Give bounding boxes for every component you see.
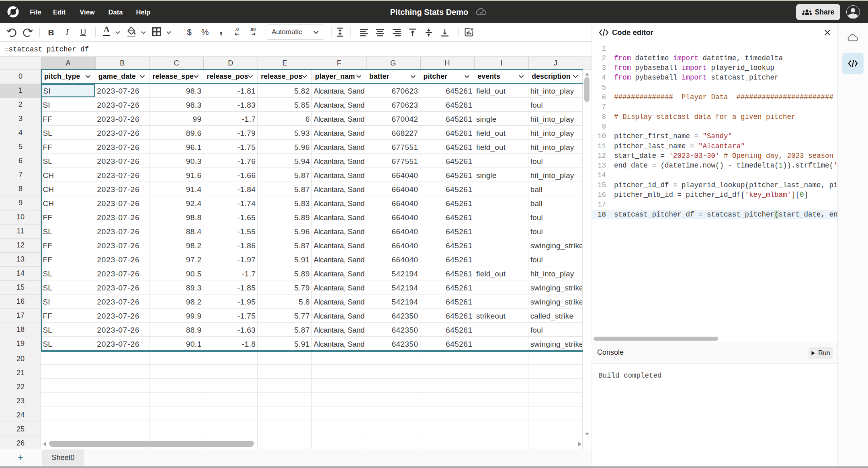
svg-text:.00: .00: [250, 27, 256, 32]
svg-text:.0: .0: [235, 27, 239, 32]
